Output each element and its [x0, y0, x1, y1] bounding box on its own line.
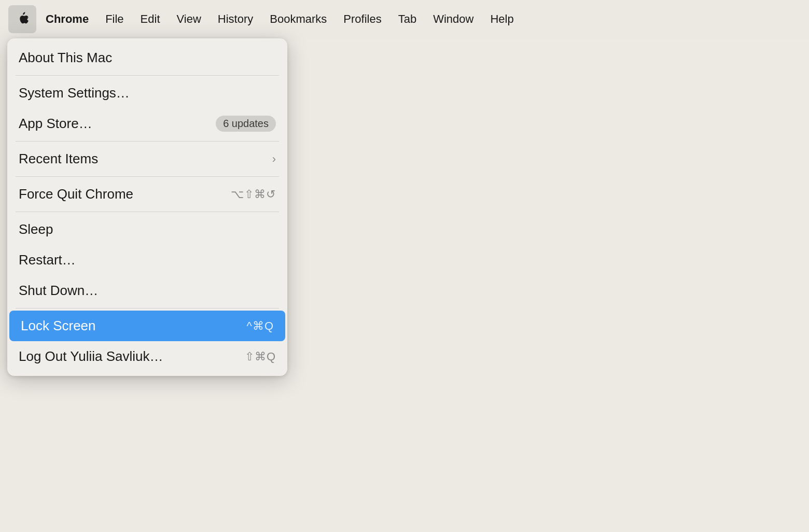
menu-item-shut-down[interactable]: Shut Down…: [7, 275, 287, 306]
menu-item-recent-items[interactable]: Recent Items ›: [7, 144, 287, 174]
menu-item-about-this-mac[interactable]: About This Mac: [7, 43, 287, 73]
lock-screen-shortcut: ^⌘Q: [247, 319, 274, 333]
menubar-item-profiles[interactable]: Profiles: [336, 9, 388, 29]
menubar-item-chrome[interactable]: Chrome: [38, 9, 96, 29]
menubar-item-edit[interactable]: Edit: [133, 9, 168, 29]
menu-item-app-store[interactable]: App Store… 6 updates: [7, 108, 287, 139]
menu-divider-2: [16, 141, 279, 142]
menubar-item-view[interactable]: View: [170, 9, 208, 29]
menu-divider-4: [16, 212, 279, 212]
menu-item-log-out[interactable]: Log Out Yuliia Savliuk… ⇧⌘Q: [7, 341, 287, 372]
menubar-item-tab[interactable]: Tab: [391, 9, 424, 29]
apple-dropdown-menu: About This Mac System Settings… App Stor…: [7, 38, 287, 376]
menu-item-force-quit[interactable]: Force Quit Chrome ⌥⇧⌘↺: [7, 179, 287, 209]
menubar-item-history[interactable]: History: [211, 9, 260, 29]
log-out-shortcut: ⇧⌘Q: [245, 350, 276, 363]
menubar-item-file[interactable]: File: [98, 9, 131, 29]
menubar-item-window[interactable]: Window: [426, 9, 481, 29]
menubar-item-help[interactable]: Help: [483, 9, 521, 29]
menu-item-restart[interactable]: Restart…: [7, 245, 287, 275]
updates-badge: 6 updates: [216, 116, 276, 132]
menu-divider-5: [16, 308, 279, 309]
menu-divider-3: [16, 176, 279, 177]
menu-divider-1: [16, 75, 279, 76]
menu-item-sleep[interactable]: Sleep: [7, 214, 287, 245]
menu-item-lock-screen[interactable]: Lock Screen ^⌘Q: [9, 311, 285, 341]
chevron-right-icon: ›: [272, 152, 276, 166]
menu-item-system-settings[interactable]: System Settings…: [7, 78, 287, 108]
menubar: Chrome File Edit View History Bookmarks …: [0, 0, 809, 38]
menubar-item-bookmarks[interactable]: Bookmarks: [262, 9, 334, 29]
force-quit-shortcut: ⌥⇧⌘↺: [231, 188, 276, 201]
apple-menu-button[interactable]: [8, 5, 36, 33]
